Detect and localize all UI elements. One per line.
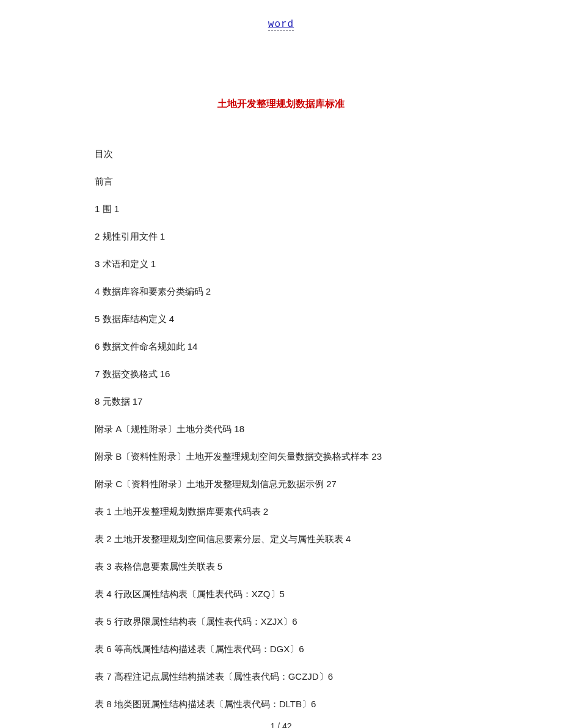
- toc-item: 表 4 行政区属性结构表〔属性表代码：XZQ〕5: [95, 587, 467, 600]
- toc-item: 1 围 1: [95, 202, 467, 215]
- toc-item: 3 术语和定义 1: [95, 257, 467, 270]
- toc-item: 目次: [95, 147, 467, 160]
- toc-item: 8 元数据 17: [95, 395, 467, 408]
- document-page: word 土地开发整理规划数据库标准 目次 前言 1 围 1 2 规性引用文件 …: [0, 0, 562, 728]
- toc-item: 附录 A〔规性附录〕土地分类代码 18: [95, 422, 467, 435]
- toc-item: 表 1 土地开发整理规划数据库要素代码表 2: [95, 505, 467, 518]
- table-of-contents: 目次 前言 1 围 1 2 规性引用文件 1 3 术语和定义 1 4 数据库容和…: [95, 147, 467, 710]
- toc-item: 附录 C〔资料性附录〕土地开发整理规划信息元数据示例 27: [95, 477, 467, 490]
- toc-item: 前言: [95, 175, 467, 188]
- toc-item: 表 2 土地开发整理规划空间信息要素分层、定义与属性关联表 4: [95, 532, 467, 545]
- toc-item: 4 数据库容和要素分类编码 2: [95, 285, 467, 298]
- toc-item: 5 数据库结构定义 4: [95, 312, 467, 325]
- toc-item: 表 6 等高线属性结构描述表〔属性表代码：DGX〕6: [95, 642, 467, 655]
- word-link[interactable]: word: [268, 19, 294, 31]
- toc-item: 表 8 地类图斑属性结构描述表〔属性表代码：DLTB〕6: [95, 697, 467, 710]
- page-number: 1 / 42: [0, 721, 562, 728]
- toc-item: 2 规性引用文件 1: [95, 230, 467, 243]
- document-title: 土地开发整理规划数据库标准: [95, 98, 467, 111]
- toc-item: 表 3 表格信息要素属性关联表 5: [95, 560, 467, 573]
- toc-item: 表 5 行政界限属性结构表〔属性表代码：XZJX〕6: [95, 615, 467, 628]
- toc-item: 表 7 高程注记点属性结构描述表〔属性表代码：GCZJD〕6: [95, 670, 467, 683]
- toc-item: 7 数据交换格式 16: [95, 367, 467, 380]
- toc-item: 6 数据文件命名规如此 14: [95, 340, 467, 353]
- header: word: [95, 18, 467, 64]
- toc-item: 附录 B〔资料性附录〕土地开发整理规划空间矢量数据交换格式样本 23: [95, 450, 467, 463]
